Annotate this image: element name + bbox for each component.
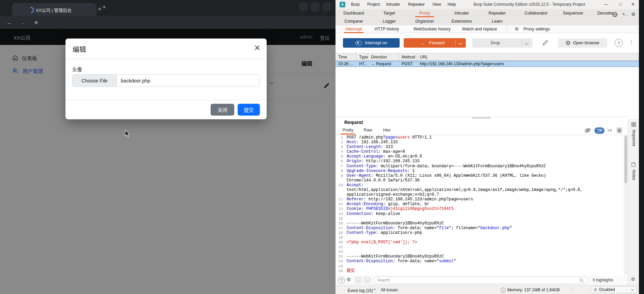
request-line: 22 (336, 249, 624, 254)
modal-footer: 关闭 提交 (65, 100, 267, 119)
tab-target[interactable]: Target (383, 11, 395, 16)
browser-window-button-2[interactable] (311, 2, 320, 11)
tab-raw[interactable]: Raw (364, 128, 372, 132)
column-header-time[interactable]: Time (336, 53, 356, 60)
event-log-link[interactable]: Event log (15) ● (348, 288, 376, 293)
gear-icon[interactable]: ⚙ (631, 11, 636, 17)
stop-x-icon[interactable]: ✕ (34, 20, 38, 26)
tab-learn[interactable]: Learn (492, 19, 503, 24)
subtab-websockets-history[interactable]: WebSockets history (413, 27, 451, 31)
subtab-http-history[interactable]: HTTP history (375, 27, 399, 31)
new-tab-button[interactable]: + (102, 3, 106, 11)
file-input[interactable]: Choose File backdoor.php (72, 74, 260, 87)
wrap-lines-icon[interactable] (594, 127, 605, 134)
help-circle-icon[interactable]: ? (338, 277, 345, 284)
intercept-toggle-button[interactable]: Intercept on (343, 38, 400, 48)
console-icon[interactable]: >_ (622, 12, 627, 16)
gear-icon[interactable]: ⚙ (347, 277, 351, 282)
chevron-down-icon[interactable] (525, 41, 529, 45)
intercept-table-row[interactable]: 03:26:...HT...→ RequestPOSThttp://192.16… (336, 61, 639, 67)
pane-splitter[interactable] (336, 117, 628, 117)
cell-direction[interactable]: → Request (368, 61, 399, 67)
modal-header: 编辑 ✕ (65, 39, 267, 59)
tab-intruder[interactable]: Intruder (454, 11, 469, 16)
pencil-icon[interactable] (542, 40, 548, 46)
column-header-type[interactable]: Type (356, 53, 368, 60)
avatar-field-label: 头像 (72, 66, 82, 73)
line-number: 8 (336, 169, 343, 173)
browser-window-button-3[interactable] (323, 2, 331, 11)
tab-logger[interactable]: Logger (383, 19, 396, 24)
close-x-icon[interactable]: ✕ (254, 43, 261, 53)
back-arrow-icon[interactable]: ← (7, 20, 12, 25)
menu-burp[interactable]: Burp (351, 2, 359, 7)
subtab-intercept[interactable]: Intercept (346, 27, 362, 31)
menu-project[interactable]: Project (367, 2, 380, 7)
notes-tab[interactable]: Notes (632, 170, 636, 180)
tab-decoder[interactable]: Decoder (597, 11, 613, 16)
eye-off-icon[interactable] (584, 128, 591, 133)
request-editor[interactable]: 1POST /admin.php?page=users HTTP/1.12Hos… (336, 135, 624, 275)
drop-button[interactable]: Drop (472, 38, 532, 48)
chevron-down-icon[interactable] (458, 41, 462, 45)
request-line: 14Connection: keep-alive (336, 212, 624, 216)
line-number: 11 (336, 197, 343, 202)
toggle-icon (355, 41, 362, 45)
cell-time[interactable]: 03:26:... (336, 61, 356, 67)
column-header-method[interactable]: Method (399, 53, 417, 60)
left-arrow-icon[interactable]: ← (355, 277, 361, 283)
forward-arrow-icon[interactable]: → (20, 20, 25, 25)
subtab-proxy-settings[interactable]: Proxy settings (524, 27, 550, 31)
tab-collaborator[interactable]: Collaborator (525, 11, 547, 16)
modal-submit-button[interactable]: 提交 (238, 104, 260, 116)
right-arrow-icon[interactable]: → (364, 277, 370, 283)
subtab-match-and-replace[interactable]: Match and replace (462, 27, 497, 31)
modal-close-button[interactable]: 关闭 (211, 104, 234, 116)
tab-repeater[interactable]: Repeater (488, 11, 506, 16)
cell-url[interactable]: http://192.168.245.133/admin.php?page=us… (417, 61, 639, 67)
tab-pretty[interactable]: Pretty (343, 128, 354, 132)
scrollbar-thumb[interactable] (624, 136, 627, 183)
tab-dashboard[interactable]: Dashboard (343, 11, 364, 16)
cell-method[interactable]: POST (399, 61, 417, 67)
help-circle-icon[interactable]: ? (615, 39, 623, 47)
column-header-url[interactable]: URL (417, 53, 639, 60)
globe-icon[interactable] (612, 12, 618, 17)
tab-hex[interactable]: Hex (383, 128, 391, 132)
tab-organizer[interactable]: Organizer (415, 19, 434, 24)
forward-button[interactable]: → Forward (404, 38, 466, 48)
newline-glyph[interactable]: \n (607, 128, 612, 132)
menu-help[interactable]: Help (448, 2, 456, 7)
column-header-direction[interactable]: Direction (368, 53, 399, 60)
menu-view[interactable]: View (432, 2, 441, 7)
kebab-menu-icon[interactable]: ⋮ (629, 39, 634, 45)
note-icon[interactable] (632, 162, 636, 167)
all-issues-link[interactable]: All issues (381, 288, 398, 292)
menu-intruder[interactable]: Intruder (386, 2, 400, 7)
tab-comparer[interactable]: Comparer (344, 19, 363, 24)
cell-type[interactable]: HT... (356, 61, 368, 67)
tab-sequencer[interactable]: Sequencer (563, 11, 583, 16)
inspector-tab[interactable]: Inspector (632, 130, 636, 146)
minimize-icon[interactable]: — (604, 2, 608, 7)
browser-window-button-1[interactable] (299, 2, 308, 11)
line-number: 18 (336, 230, 343, 235)
intercept-state-dropdown[interactable]: ⊘ Disabled (591, 286, 637, 293)
splitter-grip[interactable] (472, 117, 491, 119)
tab-extensions[interactable]: Extensions (451, 19, 472, 24)
menu-repeater[interactable]: Repeater (408, 2, 425, 7)
open-browser-button[interactable]: Open browser (558, 38, 607, 48)
gear-icon[interactable]: ⚙ (631, 276, 635, 282)
search-input[interactable]: Search (373, 276, 587, 284)
editor-scrollbar[interactable] (624, 135, 628, 275)
line-number: 23 (336, 254, 343, 259)
tab-proxy[interactable]: Proxy (419, 11, 430, 16)
close-icon[interactable]: ✕ (631, 2, 635, 7)
desktop-edge (639, 0, 644, 294)
maximize-icon[interactable]: □ (619, 2, 622, 7)
choose-file-button[interactable]: Choose File (73, 75, 117, 87)
browser-tab[interactable]: XX公司 | 管理后台 ✕ (12, 3, 97, 16)
tab-close-icon[interactable]: ✕ (98, 6, 102, 12)
menu-lines-icon[interactable] (616, 127, 622, 133)
panel-grid-icon[interactable] (632, 122, 636, 127)
